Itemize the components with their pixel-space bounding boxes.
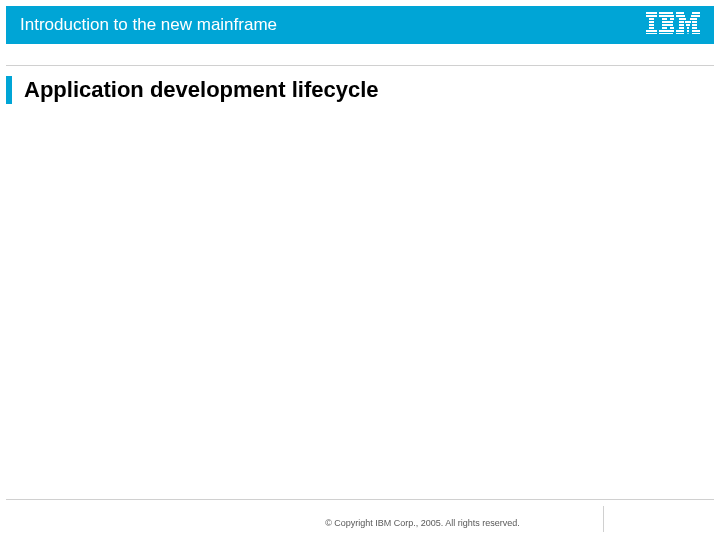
title-section: Application development lifecycle — [6, 65, 714, 114]
svg-rect-16 — [659, 30, 674, 32]
svg-rect-15 — [670, 27, 674, 29]
svg-rect-17 — [659, 33, 673, 34]
svg-rect-8 — [659, 12, 673, 14]
svg-rect-5 — [649, 27, 654, 29]
svg-rect-31 — [687, 27, 689, 29]
svg-rect-10 — [662, 18, 667, 20]
svg-rect-6 — [646, 30, 657, 32]
svg-rect-11 — [670, 18, 674, 20]
svg-rect-12 — [662, 21, 673, 23]
svg-rect-22 — [679, 18, 686, 20]
svg-rect-2 — [649, 18, 654, 20]
svg-rect-25 — [685, 21, 691, 23]
svg-rect-0 — [646, 12, 657, 14]
svg-rect-33 — [676, 30, 684, 32]
svg-rect-28 — [686, 24, 690, 26]
svg-rect-9 — [659, 15, 674, 17]
vertical-divider — [603, 506, 604, 532]
svg-rect-18 — [676, 12, 684, 14]
header-bar: Introduction to the new mainframe — [6, 6, 714, 44]
svg-rect-24 — [679, 21, 684, 23]
svg-rect-35 — [692, 30, 700, 32]
title-accent-bar — [6, 76, 12, 104]
svg-rect-19 — [692, 12, 700, 14]
svg-rect-21 — [691, 15, 700, 17]
svg-rect-1 — [646, 15, 657, 17]
svg-rect-3 — [649, 21, 654, 23]
svg-rect-32 — [692, 27, 697, 29]
svg-rect-38 — [692, 33, 700, 34]
svg-rect-4 — [649, 24, 654, 26]
svg-rect-29 — [692, 24, 697, 26]
footer-section: © Copyright IBM Corp., 2005. All rights … — [6, 518, 714, 528]
svg-rect-26 — [692, 21, 697, 23]
svg-rect-13 — [662, 24, 673, 26]
svg-rect-34 — [687, 30, 689, 32]
copyright-text: © Copyright IBM Corp., 2005. All rights … — [325, 518, 520, 528]
svg-rect-23 — [690, 18, 697, 20]
page-title: Application development lifecycle — [24, 77, 379, 103]
header-title: Introduction to the new mainframe — [20, 15, 277, 35]
title-row: Application development lifecycle — [6, 66, 714, 114]
svg-rect-20 — [676, 15, 685, 17]
svg-rect-7 — [646, 33, 657, 34]
svg-rect-14 — [662, 27, 667, 29]
svg-rect-37 — [688, 33, 689, 34]
svg-rect-30 — [679, 27, 684, 29]
svg-rect-27 — [679, 24, 684, 26]
svg-rect-36 — [676, 33, 684, 34]
ibm-logo-icon — [646, 12, 700, 38]
horizontal-rule — [6, 499, 714, 500]
